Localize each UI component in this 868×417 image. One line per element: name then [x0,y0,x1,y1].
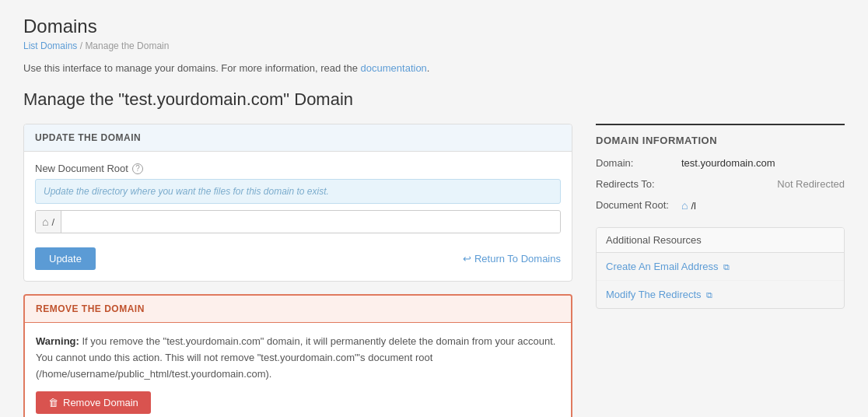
domain-value: test.yourdomain.com [681,157,845,169]
documentation-link[interactable]: documentation [361,62,427,74]
arrow-left-icon: ↩ [463,253,471,265]
redirects-row: Redirects To: Not Redirected [596,178,845,190]
domain-info-panel: DOMAIN INFORMATION Domain: test.yourdoma… [596,124,845,212]
help-icon[interactable]: ? [132,163,143,174]
redirects-label: Redirects To: [596,178,681,190]
modify-redirects-link[interactable]: Modify The Redirects ⧉ [597,281,844,308]
action-row: Update ↩ Return To Domains [35,244,561,270]
breadcrumb-parent-link[interactable]: List Domains [23,40,77,51]
create-email-link[interactable]: Create An Email Address ⧉ [597,253,844,281]
remove-panel-body: Warning: If you remove the "test.yourdom… [25,323,571,417]
external-link-icon-redirects: ⧉ [706,290,712,300]
domain-row: Domain: test.yourdomain.com [596,157,845,169]
doc-root-field-label: New Document Root ? [35,163,561,174]
update-panel-header: UPDATE THE DOMAIN [24,124,572,152]
trash-icon: 🗑 [48,397,58,408]
breadcrumb-current: Manage the Domain [85,40,169,51]
domain-label: Domain: [596,157,681,169]
domain-info-title: DOMAIN INFORMATION [596,135,845,146]
remove-panel-header: REMOVE THE DOMAIN [25,296,571,323]
return-to-domains-link[interactable]: ↩ Return To Domains [463,253,561,265]
main-heading: Manage the "test.yourdomain.com" Domain [23,89,845,110]
input-prefix: ⌂ / [36,211,61,233]
external-link-icon-email: ⧉ [723,262,730,272]
doc-root-label: Document Root: [596,199,681,211]
placeholder-description: Update the directory where you want the … [35,179,561,204]
update-panel-body: New Document Root ? Update the directory… [24,152,572,281]
right-column: DOMAIN INFORMATION Domain: test.yourdoma… [596,124,845,309]
left-column: UPDATE THE DOMAIN New Document Root ? Up… [23,124,572,417]
home-icon-info: ⌂ [681,199,688,212]
doc-root-input-row: ⌂ / [35,210,561,233]
additional-resources-panel: Additional Resources Create An Email Add… [596,227,845,309]
additional-resources-header: Additional Resources [597,228,844,253]
warning-bold: Warning: [36,335,79,347]
redirects-value: Not Redirected [681,178,845,190]
update-panel: UPDATE THE DOMAIN New Document Root ? Up… [23,124,572,282]
doc-root-input[interactable] [61,212,560,233]
remove-panel: REMOVE THE DOMAIN Warning: If you remove… [23,294,572,417]
doc-root-row: Document Root: ⌂ /l [596,199,845,212]
doc-root-value: ⌂ /l [681,199,845,212]
remove-domain-button[interactable]: 🗑 Remove Domain [36,391,151,414]
warning-text: Warning: If you remove the "test.yourdom… [36,334,560,382]
info-text: Use this interface to manage your domain… [23,62,845,74]
update-button[interactable]: Update [35,247,96,270]
breadcrumb: List Domains / Manage the Domain [23,40,845,51]
main-layout: UPDATE THE DOMAIN New Document Root ? Up… [23,124,845,417]
page-title: Domains [23,16,845,37]
home-icon: ⌂ [42,216,48,228]
